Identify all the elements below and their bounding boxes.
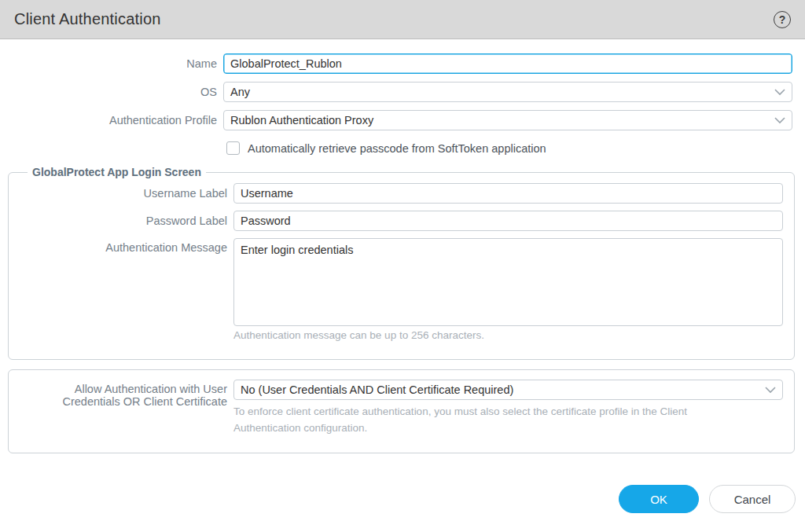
auth-profile-label: Authentication Profile (0, 114, 217, 127)
cert-auth-select[interactable]: No (User Credentials AND Client Certific… (233, 380, 783, 400)
softtoken-row: Automatically retrieve passcode from Sof… (226, 141, 792, 155)
auth-message-hint: Authentication message can be up to 256 … (233, 329, 783, 341)
question-mark-glyph: ? (779, 13, 786, 26)
cert-auth-label: Allow Authentication with User Credentia… (20, 380, 227, 408)
cert-auth-hint: To enforce client certificate authentica… (233, 404, 748, 437)
cert-auth-group: Allow Authentication with User Credentia… (8, 369, 795, 453)
os-select[interactable]: Any (223, 82, 792, 102)
username-label-row: Username Label (20, 183, 783, 204)
username-label-input[interactable] (233, 183, 783, 204)
auth-message-row: Authentication Message Enter login crede… (20, 238, 783, 346)
os-selected-value: Any (230, 86, 250, 98)
dialog-header: Client Authentication ? (0, 0, 805, 39)
auth-profile-select[interactable]: Rublon Authentication Proxy (223, 110, 792, 130)
login-screen-group: GlobalProtect App Login Screen Username … (8, 166, 795, 360)
cert-auth-selected-value: No (User Credentials AND Client Certific… (241, 383, 513, 396)
cert-auth-row: Allow Authentication with User Credentia… (20, 380, 783, 442)
name-input[interactable] (223, 53, 792, 74)
auth-profile-row: Authentication Profile Rublon Authentica… (0, 110, 792, 130)
ok-button[interactable]: OK (619, 485, 699, 513)
softtoken-checkbox[interactable] (226, 141, 240, 155)
dialog-body: Name OS Any Authentication Profile Rublo… (0, 39, 805, 453)
chevron-down-icon (765, 386, 776, 394)
name-row: Name (0, 53, 792, 74)
page-title: Client Authentication (14, 10, 161, 28)
help-icon[interactable]: ? (774, 11, 791, 28)
chevron-down-icon (774, 116, 785, 124)
password-label-input[interactable] (233, 211, 783, 231)
client-authentication-dialog: Client Authentication ? Name OS Any Auth… (0, 0, 805, 532)
auth-message-textarea[interactable]: Enter login credentials (233, 238, 783, 326)
auth-message-label: Authentication Message (20, 238, 227, 254)
password-label-label: Password Label (20, 215, 227, 227)
login-screen-legend: GlobalProtect App Login Screen (28, 166, 206, 178)
os-label: OS (0, 86, 217, 98)
name-label: Name (0, 57, 217, 70)
password-label-row: Password Label (20, 211, 783, 231)
auth-profile-selected-value: Rublon Authentication Proxy (230, 114, 373, 127)
chevron-down-icon (774, 88, 785, 96)
username-label-label: Username Label (20, 187, 227, 200)
dialog-footer: OK Cancel (619, 485, 796, 513)
softtoken-checkbox-label: Automatically retrieve passcode from Sof… (248, 142, 546, 155)
cancel-button[interactable]: Cancel (709, 485, 796, 513)
os-row: OS Any (0, 82, 792, 102)
